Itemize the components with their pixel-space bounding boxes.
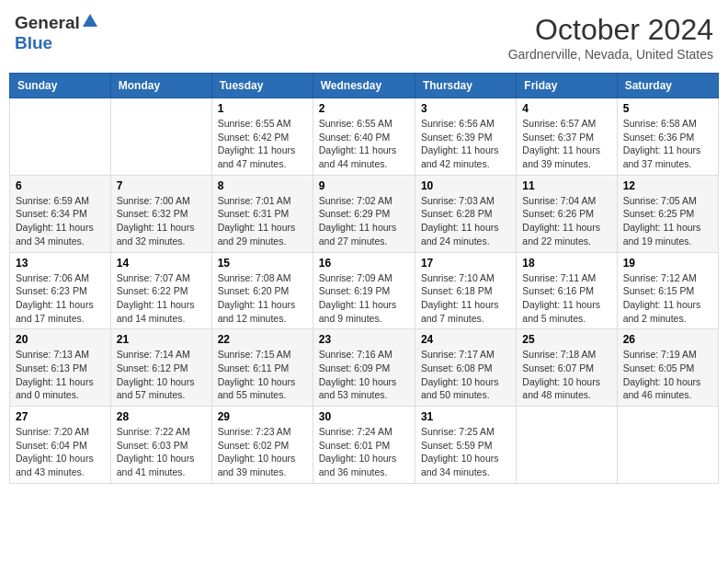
calendar-day-header: Monday <box>110 74 211 98</box>
calendar-week-row: 20Sunrise: 7:13 AM Sunset: 6:13 PM Dayli… <box>10 329 719 407</box>
calendar-cell: 1Sunrise: 6:55 AM Sunset: 6:42 PM Daylig… <box>211 98 313 176</box>
day-detail: Sunrise: 7:20 AM Sunset: 6:04 PM Dayligh… <box>16 425 105 479</box>
calendar-cell: 30Sunrise: 7:24 AM Sunset: 6:01 PM Dayli… <box>313 407 415 484</box>
calendar-cell: 29Sunrise: 7:23 AM Sunset: 6:02 PM Dayli… <box>211 407 313 484</box>
location: Gardnerville, Nevada, United States <box>508 47 713 62</box>
day-number: 12 <box>623 179 712 192</box>
calendar-week-row: 13Sunrise: 7:06 AM Sunset: 6:23 PM Dayli… <box>10 252 719 329</box>
calendar-cell: 28Sunrise: 7:22 AM Sunset: 6:03 PM Dayli… <box>110 407 211 484</box>
calendar-week-row: 1Sunrise: 6:55 AM Sunset: 6:42 PM Daylig… <box>10 98 719 176</box>
calendar-cell: 19Sunrise: 7:12 AM Sunset: 6:15 PM Dayli… <box>617 252 718 329</box>
calendar-cell: 20Sunrise: 7:13 AM Sunset: 6:13 PM Dayli… <box>10 329 111 407</box>
day-detail: Sunrise: 7:12 AM Sunset: 6:15 PM Dayligh… <box>623 271 712 326</box>
day-number: 27 <box>16 410 105 423</box>
day-detail: Sunrise: 7:17 AM Sunset: 6:08 PM Dayligh… <box>421 348 510 402</box>
day-number: 29 <box>218 410 307 423</box>
calendar-day-header: Friday <box>517 74 617 98</box>
calendar-cell: 14Sunrise: 7:07 AM Sunset: 6:22 PM Dayli… <box>110 252 211 329</box>
calendar-cell: 2Sunrise: 6:55 AM Sunset: 6:40 PM Daylig… <box>313 98 415 176</box>
calendar-cell: 5Sunrise: 6:58 AM Sunset: 6:36 PM Daylig… <box>617 98 718 176</box>
day-number: 22 <box>218 333 307 346</box>
day-detail: Sunrise: 7:11 AM Sunset: 6:16 PM Dayligh… <box>522 271 610 326</box>
day-number: 13 <box>16 257 105 270</box>
calendar-header-row: SundayMondayTuesdayWednesdayThursdayFrid… <box>10 74 719 98</box>
page-header: General Blue October 2024 Gardnerville, … <box>9 9 719 65</box>
day-detail: Sunrise: 7:18 AM Sunset: 6:07 PM Dayligh… <box>522 348 610 402</box>
day-number: 26 <box>623 333 712 346</box>
calendar-cell: 8Sunrise: 7:01 AM Sunset: 6:31 PM Daylig… <box>211 175 313 252</box>
day-number: 28 <box>117 410 206 423</box>
calendar-cell: 27Sunrise: 7:20 AM Sunset: 6:04 PM Dayli… <box>10 407 111 484</box>
day-number: 25 <box>522 333 610 346</box>
calendar-cell: 13Sunrise: 7:06 AM Sunset: 6:23 PM Dayli… <box>10 252 111 329</box>
day-detail: Sunrise: 7:15 AM Sunset: 6:11 PM Dayligh… <box>218 348 307 402</box>
calendar-cell: 24Sunrise: 7:17 AM Sunset: 6:08 PM Dayli… <box>415 329 516 407</box>
day-number: 11 <box>522 179 610 192</box>
calendar-cell: 16Sunrise: 7:09 AM Sunset: 6:19 PM Dayli… <box>313 252 415 329</box>
day-detail: Sunrise: 6:55 AM Sunset: 6:42 PM Dayligh… <box>218 117 307 171</box>
day-number: 24 <box>421 333 510 346</box>
logo-triangle <box>83 14 97 30</box>
calendar-cell: 15Sunrise: 7:08 AM Sunset: 6:20 PM Dayli… <box>211 252 313 329</box>
title-block: October 2024 Gardnerville, Nevada, Unite… <box>508 13 713 62</box>
day-detail: Sunrise: 7:07 AM Sunset: 6:22 PM Dayligh… <box>117 271 206 326</box>
day-detail: Sunrise: 7:04 AM Sunset: 6:26 PM Dayligh… <box>522 194 610 248</box>
day-detail: Sunrise: 6:56 AM Sunset: 6:39 PM Dayligh… <box>421 117 510 171</box>
day-detail: Sunrise: 7:00 AM Sunset: 6:32 PM Dayligh… <box>117 194 206 248</box>
calendar-cell: 18Sunrise: 7:11 AM Sunset: 6:16 PM Dayli… <box>517 252 617 329</box>
calendar-cell: 10Sunrise: 7:03 AM Sunset: 6:28 PM Dayli… <box>415 175 516 252</box>
calendar-cell: 11Sunrise: 7:04 AM Sunset: 6:26 PM Dayli… <box>517 175 617 252</box>
calendar-day-header: Sunday <box>10 74 111 98</box>
day-detail: Sunrise: 7:09 AM Sunset: 6:19 PM Dayligh… <box>319 271 409 326</box>
calendar-day-header: Thursday <box>415 74 516 98</box>
day-detail: Sunrise: 7:05 AM Sunset: 6:25 PM Dayligh… <box>623 194 712 248</box>
month-title: October 2024 <box>508 13 713 47</box>
logo-blue: Blue <box>15 33 52 52</box>
day-number: 3 <box>421 102 510 115</box>
calendar-day-header: Wednesday <box>313 74 415 98</box>
calendar-cell: 3Sunrise: 6:56 AM Sunset: 6:39 PM Daylig… <box>415 98 516 176</box>
calendar-cell: 6Sunrise: 6:59 AM Sunset: 6:34 PM Daylig… <box>10 175 111 252</box>
calendar-cell: 25Sunrise: 7:18 AM Sunset: 6:07 PM Dayli… <box>517 329 617 407</box>
day-number: 14 <box>117 257 206 270</box>
day-number: 9 <box>319 179 409 192</box>
calendar-cell: 22Sunrise: 7:15 AM Sunset: 6:11 PM Dayli… <box>211 329 313 407</box>
svg-marker-0 <box>83 14 97 27</box>
day-detail: Sunrise: 6:57 AM Sunset: 6:37 PM Dayligh… <box>522 117 610 171</box>
day-number: 17 <box>421 257 510 270</box>
calendar-body: 1Sunrise: 6:55 AM Sunset: 6:42 PM Daylig… <box>10 98 719 484</box>
calendar-day-header: Saturday <box>617 74 718 98</box>
day-number: 23 <box>319 333 409 346</box>
calendar-cell: 7Sunrise: 7:00 AM Sunset: 6:32 PM Daylig… <box>110 175 211 252</box>
day-detail: Sunrise: 7:02 AM Sunset: 6:29 PM Dayligh… <box>319 194 409 248</box>
calendar-cell: 17Sunrise: 7:10 AM Sunset: 6:18 PM Dayli… <box>415 252 516 329</box>
calendar-cell: 31Sunrise: 7:25 AM Sunset: 5:59 PM Dayli… <box>415 407 516 484</box>
day-detail: Sunrise: 7:06 AM Sunset: 6:23 PM Dayligh… <box>16 271 105 326</box>
day-number: 1 <box>218 102 307 115</box>
day-number: 20 <box>16 333 105 346</box>
day-number: 18 <box>522 257 610 270</box>
day-number: 4 <box>522 102 610 115</box>
day-detail: Sunrise: 7:14 AM Sunset: 6:12 PM Dayligh… <box>117 348 206 402</box>
day-detail: Sunrise: 7:22 AM Sunset: 6:03 PM Dayligh… <box>117 425 206 479</box>
day-number: 19 <box>623 257 712 270</box>
day-number: 30 <box>319 410 409 423</box>
calendar-day-header: Tuesday <box>211 74 313 98</box>
calendar-cell: 9Sunrise: 7:02 AM Sunset: 6:29 PM Daylig… <box>313 175 415 252</box>
day-number: 5 <box>623 102 712 115</box>
day-detail: Sunrise: 6:55 AM Sunset: 6:40 PM Dayligh… <box>319 117 409 171</box>
day-number: 15 <box>218 257 307 270</box>
day-number: 7 <box>117 179 206 192</box>
day-number: 8 <box>218 179 307 192</box>
day-detail: Sunrise: 7:19 AM Sunset: 6:05 PM Dayligh… <box>623 348 712 402</box>
day-detail: Sunrise: 7:13 AM Sunset: 6:13 PM Dayligh… <box>16 348 105 402</box>
day-detail: Sunrise: 6:58 AM Sunset: 6:36 PM Dayligh… <box>623 117 712 171</box>
day-detail: Sunrise: 7:03 AM Sunset: 6:28 PM Dayligh… <box>421 194 510 248</box>
day-detail: Sunrise: 7:25 AM Sunset: 5:59 PM Dayligh… <box>421 425 510 479</box>
day-detail: Sunrise: 7:23 AM Sunset: 6:02 PM Dayligh… <box>218 425 307 479</box>
calendar-cell: 21Sunrise: 7:14 AM Sunset: 6:12 PM Dayli… <box>110 329 211 407</box>
calendar-week-row: 27Sunrise: 7:20 AM Sunset: 6:04 PM Dayli… <box>10 407 719 484</box>
calendar-cell: 26Sunrise: 7:19 AM Sunset: 6:05 PM Dayli… <box>617 329 718 407</box>
logo-general: General <box>15 13 80 33</box>
calendar-cell: 12Sunrise: 7:05 AM Sunset: 6:25 PM Dayli… <box>617 175 718 252</box>
